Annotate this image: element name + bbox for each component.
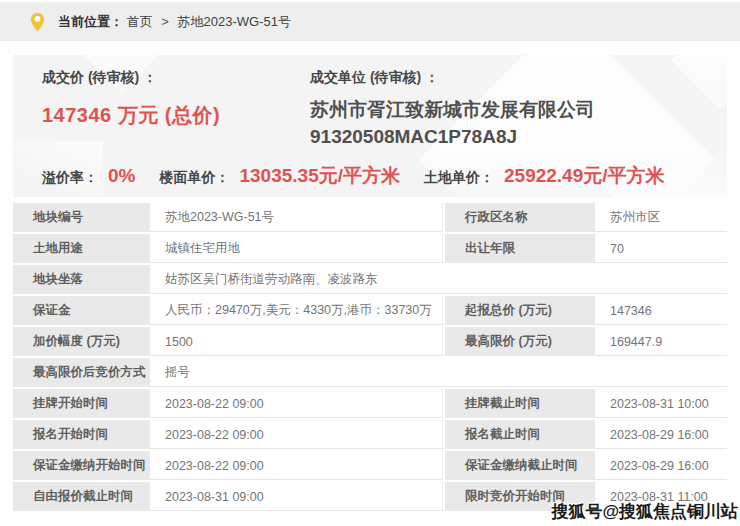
breadcrumb-current: 苏地2023-WG-51号: [177, 14, 290, 29]
table-cell-value: 姑苏区吴门桥街道劳动路南、凌波路东: [150, 265, 727, 294]
table-cell-value: 城镇住宅用地: [150, 234, 443, 263]
price-stat: 土地单价：25922.49元/平方米: [424, 163, 665, 189]
table-cell-label: 行政区名称: [445, 203, 595, 232]
table-cell-value: 2023-08-31 10:00: [595, 389, 727, 418]
table-cell-value: 摇号: [150, 358, 727, 387]
deal-price-block: 成交价 (待审核) ： 147346 万元 (总价): [42, 69, 310, 150]
table-cell-label: 加价幅度 (万元): [13, 327, 150, 356]
breadcrumb-label: 当前位置：: [58, 14, 123, 29]
table-cell-label: 自由报价截止时间: [13, 482, 150, 511]
table-row: 保证金人民币：29470万,美元：4330万,港币：33730万起报总价 (万元…: [13, 296, 727, 325]
table-cell-value: 苏地2023-WG-51号: [150, 203, 443, 232]
price-stat: 溢价率：0%: [42, 165, 135, 187]
breadcrumb: 当前位置： 首页 > 苏地2023-WG-51号: [58, 13, 291, 31]
company-name: 苏州市胥江致新城市发展有限公司: [310, 96, 727, 123]
table-cell-label: 最高限价后竞价方式: [13, 358, 150, 387]
table-cell-value: 2023-08-31 09:00: [150, 482, 443, 511]
table-cell-value: 70: [595, 234, 727, 263]
table-cell-label: 出让年限: [445, 234, 595, 263]
table-cell-value: 2023-08-29 16:00: [595, 451, 727, 480]
table-cell-label: 保证金缴纳开始时间: [13, 451, 150, 480]
table-row: 土地用途城镇住宅用地出让年限70: [13, 234, 727, 263]
stat-value: 13035.35元/平方米: [239, 163, 400, 189]
table-cell-value: 2023-08-22 09:00: [150, 451, 443, 480]
table-cell-value: 2023-08-22 09:00: [150, 420, 443, 449]
table-cell-label: 挂牌截止时间: [445, 389, 595, 418]
deal-unit-block: 成交单位 (待审核) ： 苏州市胥江致新城市发展有限公司 91320508MAC…: [310, 69, 727, 150]
table-cell-value: 2023-08-29 16:00: [595, 420, 727, 449]
table-cell-value: 人民币：29470万,美元：4330万,港币：33730万: [150, 296, 443, 325]
stat-label: 楼面单价：: [159, 169, 229, 187]
table-cell-label: 保证金: [13, 296, 150, 325]
table-cell-value: 苏州市区: [595, 203, 727, 232]
breadcrumb-bar: 当前位置： 首页 > 苏地2023-WG-51号: [0, 2, 740, 41]
table-cell-value: 147346: [595, 296, 727, 325]
table-cell-label: 地块坐落: [13, 265, 150, 294]
deal-price-value: 147346 万元 (总价): [42, 102, 310, 129]
table-cell-label: 报名开始时间: [13, 420, 150, 449]
table-row: 挂牌开始时间2023-08-22 09:00挂牌截止时间2023-08-31 1…: [13, 389, 727, 418]
stat-label: 溢价率：: [42, 169, 98, 187]
table-row: 报名开始时间2023-08-22 09:00报名截止时间2023-08-29 1…: [13, 420, 727, 449]
table-cell-label: 土地用途: [13, 234, 150, 263]
table-row: 地块编号苏地2023-WG-51号行政区名称苏州市区: [13, 203, 727, 232]
table-cell-value: 1500: [150, 327, 443, 356]
stat-value: 0%: [108, 165, 135, 187]
table-cell-value: 2023-08-22 09:00: [150, 389, 443, 418]
watermark: 搜狐号@搜狐焦点铜川站: [551, 500, 738, 523]
table-cell-label: 最高限价 (万元): [445, 327, 595, 356]
table-cell-label: 挂牌开始时间: [13, 389, 150, 418]
location-pin-icon: [30, 12, 45, 32]
breadcrumb-separator: >: [161, 14, 169, 29]
price-stat: 楼面单价：13035.35元/平方米: [159, 163, 400, 189]
table-cell-label: 地块编号: [13, 203, 150, 232]
table-cell-label: 起报总价 (万元): [445, 296, 595, 325]
breadcrumb-home-link[interactable]: 首页: [127, 14, 153, 29]
table-cell-value: 169447.9: [595, 327, 727, 356]
price-stats-row: 溢价率：0%楼面单价：13035.35元/平方米土地单价：25922.49元/平…: [42, 163, 689, 189]
stat-value: 25922.49元/平方米: [504, 163, 665, 189]
company-credit-code: 91320508MAC1P78A8J: [310, 123, 727, 150]
table-row: 最高限价后竞价方式摇号: [13, 358, 727, 387]
table-cell-label: 保证金缴纳截止时间: [445, 451, 595, 480]
table-row: 加价幅度 (万元)1500最高限价 (万元)169447.9: [13, 327, 727, 356]
table-cell-label: 报名截止时间: [445, 420, 595, 449]
deal-unit-label: 成交单位 (待审核) ：: [310, 69, 727, 87]
table-row: 保证金缴纳开始时间2023-08-22 09:00保证金缴纳截止时间2023-0…: [13, 451, 727, 480]
info-table: 地块编号苏地2023-WG-51号行政区名称苏州市区土地用途城镇住宅用地出让年限…: [13, 203, 727, 511]
deal-price-label: 成交价 (待审核) ：: [42, 69, 310, 87]
stat-label: 土地单价：: [424, 169, 494, 187]
table-row: 地块坐落姑苏区吴门桥街道劳动路南、凌波路东: [13, 265, 727, 294]
deal-summary-card: 成交价 (待审核) ： 147346 万元 (总价) 成交单位 (待审核) ： …: [13, 55, 727, 197]
